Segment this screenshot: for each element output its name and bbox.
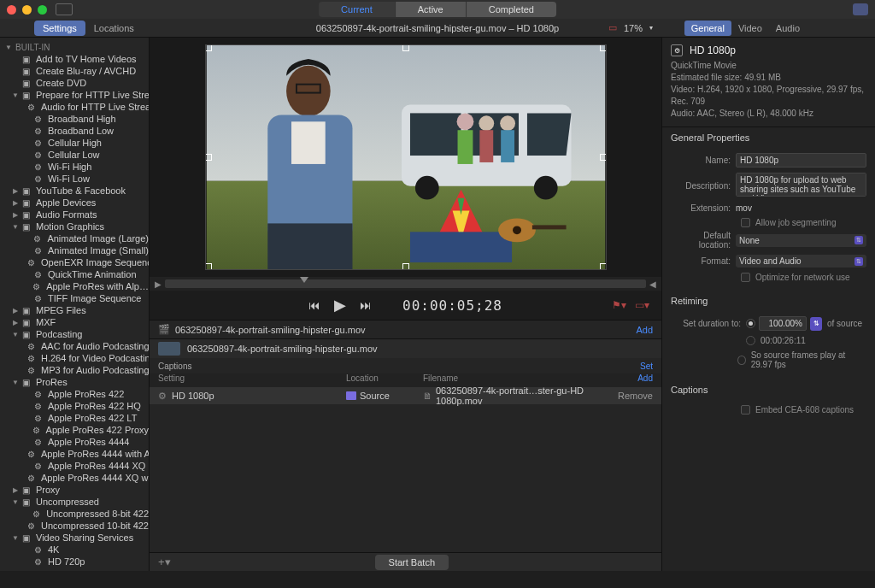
play-button[interactable]: ▶ — [334, 296, 346, 315]
playhead-icon[interactable] — [300, 277, 308, 283]
name-field[interactable] — [736, 153, 866, 168]
sidebar-item[interactable]: ⚙MP3 for Audio Podcasting — [0, 364, 149, 376]
preview-canvas[interactable] — [205, 44, 607, 270]
sidebar-item[interactable]: ⚙OpenEXR Image Sequence — [0, 256, 149, 268]
close-icon[interactable] — [7, 5, 16, 15]
sidebar-item[interactable]: ▼▣Prepare for HTTP Live Strea… — [0, 89, 149, 101]
sidebar-item[interactable]: ⚙Animated Image (Large) — [0, 232, 149, 244]
sidebar-item[interactable]: ⚙Wi-Fi High — [0, 161, 149, 173]
crop-handle[interactable] — [600, 263, 607, 270]
sidebar-item[interactable]: ▣Add to TV Home Videos — [0, 53, 149, 65]
minimize-icon[interactable] — [22, 5, 32, 15]
tab-current[interactable]: Current — [319, 2, 395, 17]
sidebar-item[interactable]: ⚙Apple ProRes 422 LT — [0, 412, 149, 424]
desc-field[interactable]: HD 1080p for upload to web sharing sites… — [736, 173, 866, 197]
crop-handle[interactable] — [402, 263, 409, 270]
sidebar-item[interactable]: ⚙4K — [0, 544, 149, 556]
dur-radio-pct[interactable] — [746, 319, 755, 328]
sidebar-item[interactable]: ▣Create DVD — [0, 77, 149, 89]
dur-pct-field[interactable]: 100.00% — [759, 316, 807, 331]
chevron-down-icon[interactable]: ▾ — [649, 24, 653, 32]
sidebar-item[interactable]: ⚙Animated Image (Small) — [0, 244, 149, 256]
sidebar-item[interactable]: ⚙Broadband High — [0, 113, 149, 125]
sidebar-item[interactable]: ▶▣MPEG Files — [0, 304, 149, 316]
batch-add-icon[interactable]: +▾ — [158, 556, 171, 568]
crop-handle[interactable] — [600, 154, 607, 161]
sidebar-item[interactable]: ▶▣Proxy — [0, 484, 149, 496]
sidebar-toggle-icon[interactable] — [56, 3, 73, 15]
zoom-value[interactable]: 17% — [624, 23, 643, 33]
subtab-settings[interactable]: Settings — [34, 21, 85, 36]
dur-radio-tc[interactable] — [746, 336, 755, 345]
sidebar-item[interactable]: ▶▣YouTube & Facebook — [0, 185, 149, 197]
sidebar-item[interactable]: ⚙Apple ProRes 4444 XQ — [0, 460, 149, 472]
in-point-icon[interactable]: ▶ — [155, 279, 161, 289]
top-tabs: Current Active Completed — [319, 2, 556, 17]
sidebar-item[interactable]: ⚙Uncompressed 8-bit 422 — [0, 508, 149, 520]
inspector-tab-video[interactable]: Video — [731, 21, 769, 36]
sidebar-item[interactable]: ⚙TIFF Image Sequence — [0, 292, 149, 304]
sidebar-item[interactable]: ⚙Cellular High — [0, 137, 149, 149]
job-row[interactable]: ⚙HD 1080p Source 🗎063250897-4k-portrait…… — [150, 387, 661, 404]
job-remove-button[interactable]: Remove — [618, 391, 653, 401]
marker-icon[interactable]: ⚑▾ — [612, 299, 626, 311]
sidebar-item[interactable]: ⚙AAC for Audio Podcasting — [0, 340, 149, 352]
captions-set-button[interactable]: Set — [640, 362, 653, 371]
crop-handle[interactable] — [205, 154, 212, 161]
sidebar-item[interactable]: ⚙Audio for HTTP Live Strea… — [0, 101, 149, 113]
start-batch-button[interactable]: Start Batch — [375, 555, 449, 570]
subtab-locations[interactable]: Locations — [85, 21, 143, 36]
sidebar-item[interactable]: ▶▣MXF — [0, 316, 149, 328]
zoom-icon[interactable] — [38, 5, 47, 15]
sidebar-item[interactable]: ▶▣Apple Devices — [0, 197, 149, 209]
sidebar-item[interactable]: ▼▣Video Sharing Services — [0, 532, 149, 544]
sidebar-item[interactable]: ⚙Uncompressed 10-bit 422 — [0, 520, 149, 532]
out-point-icon[interactable]: ◀ — [649, 279, 656, 289]
inspector-tab-general[interactable]: General — [684, 21, 731, 36]
crop-handle[interactable] — [600, 44, 607, 51]
sidebar-item[interactable]: ▼▣Motion Graphics — [0, 220, 149, 232]
sidebar-item[interactable]: ⚙Apple ProRes 4444 with Al… — [0, 448, 149, 460]
sidebar-item[interactable]: ⚙Apple ProRes 422 — [0, 388, 149, 400]
sidebar-item[interactable]: ⚙HD 720p — [0, 556, 149, 567]
format-select[interactable]: Video and Audio⇅ — [736, 255, 866, 268]
sidebar-item[interactable]: ⚙Apple ProRes 422 HQ — [0, 400, 149, 412]
allow-seg-checkbox[interactable] — [741, 218, 750, 227]
tab-completed[interactable]: Completed — [466, 2, 556, 17]
tab-active[interactable]: Active — [395, 2, 466, 17]
sidebar-item[interactable]: ▼▣Uncompressed — [0, 496, 149, 508]
next-button[interactable]: ⏭ — [360, 298, 372, 312]
sidebar-item[interactable]: ⚙Apple ProRes 4444 XQ wit… — [0, 472, 149, 484]
fit-icon[interactable]: ▭ — [608, 22, 617, 33]
subbar: Settings Locations 063250897-4k-portrait… — [0, 19, 875, 38]
defloc-select[interactable]: None⇅ — [736, 234, 866, 247]
crop-handle[interactable] — [402, 44, 409, 51]
sidebar-item[interactable]: ⚙Apple ProRes 4444 — [0, 436, 149, 448]
scrubber-track[interactable] — [165, 279, 646, 288]
prev-button[interactable]: ⏮ — [308, 298, 320, 312]
dur-radio-fps[interactable] — [737, 356, 746, 365]
pct-stepper[interactable]: ⇅ — [810, 317, 822, 331]
sidebar-item[interactable]: ⚙Apple ProRes 422 Proxy — [0, 424, 149, 436]
sidebar-item[interactable]: ⚙Wi-Fi Low — [0, 173, 149, 185]
sidebar-item[interactable]: ⚙Apple ProRes with Alp… — [0, 280, 149, 292]
sidebar-item[interactable]: ⚙H.264 for Video Podcasting — [0, 352, 149, 364]
sidebar-item[interactable]: ⚙Cellular Low — [0, 149, 149, 161]
svg-point-7 — [533, 176, 557, 200]
tree-section-builtin[interactable]: ▼BUILT-IN — [0, 41, 149, 53]
sidebar-item[interactable]: ⚙QuickTime Animation — [0, 268, 149, 280]
crop-handle[interactable] — [205, 44, 212, 51]
sidebar-item[interactable]: ⚙Broadband Low — [0, 125, 149, 137]
display-options-icon[interactable]: ▭▾ — [635, 299, 649, 311]
batch-add-button[interactable]: Add — [636, 325, 653, 335]
titlebar: Current Active Completed — [0, 0, 875, 19]
sidebar-item[interactable]: ▶▣Audio Formats — [0, 209, 149, 220]
inspector-toggle-icon[interactable] — [853, 3, 868, 15]
sidebar-item[interactable]: ▣Create Blu-ray / AVCHD — [0, 65, 149, 77]
sidebar-item[interactable]: ▼▣Podcasting — [0, 328, 149, 340]
sidebar-item[interactable]: ▼▣ProRes — [0, 376, 149, 388]
opt-net-checkbox[interactable] — [741, 273, 750, 282]
crop-handle[interactable] — [205, 263, 212, 270]
embed-cea608-checkbox[interactable] — [741, 405, 750, 415]
inspector-tab-audio[interactable]: Audio — [769, 21, 807, 36]
